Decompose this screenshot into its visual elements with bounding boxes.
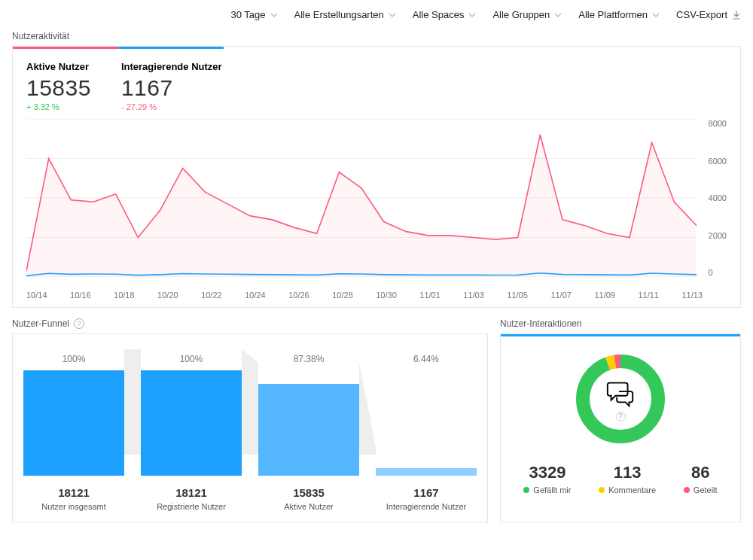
funnel-bar bbox=[258, 384, 359, 476]
y-tick: 6000 bbox=[709, 157, 727, 166]
tab-interacting-users[interactable] bbox=[118, 47, 224, 49]
funnel-col: 6.44%1167Interagierende Nutzer bbox=[376, 370, 477, 511]
funnel-cap: Aktive Nutzer bbox=[284, 502, 333, 511]
x-tick: 11/01 bbox=[419, 291, 441, 300]
tab-active-users[interactable] bbox=[13, 47, 118, 49]
funnel-num: 1167 bbox=[413, 486, 438, 499]
activity-section: Nutzeraktivität Aktive Nutzer 15835 + 3.… bbox=[12, 31, 741, 308]
x-tick: 10/28 bbox=[332, 291, 353, 300]
chevron-down-icon bbox=[554, 11, 562, 19]
filter-spaces[interactable]: Alle Spaces bbox=[413, 9, 477, 20]
stat-likes-lab: Gefällt mir bbox=[533, 485, 571, 495]
funnel-bar bbox=[376, 468, 477, 476]
stat-shares-lab: Geteilt bbox=[694, 485, 718, 495]
chevron-down-icon bbox=[652, 11, 660, 19]
filter-platforms[interactable]: Alle Plattformen bbox=[578, 9, 660, 20]
y-tick: 4000 bbox=[709, 193, 727, 202]
help-icon[interactable]: ? bbox=[616, 412, 626, 422]
funnel-cap: Nutzer insgesamt bbox=[41, 502, 106, 511]
interactions-card: ? 3329 Gefällt mir 113 Kommentare bbox=[500, 333, 741, 522]
funnel-bar bbox=[141, 370, 242, 476]
x-tick: 11/11 bbox=[638, 291, 659, 300]
funnel-pct: 100% bbox=[23, 354, 124, 364]
line-chart-svg bbox=[26, 119, 697, 277]
filter-range-label: 30 Tage bbox=[231, 9, 266, 20]
funnel-cap: Registrierte Nutzer bbox=[157, 502, 226, 511]
y-tick: 0 bbox=[709, 268, 727, 277]
x-tick: 11/05 bbox=[507, 291, 528, 300]
kpi-interacting-change: - 27.29 % bbox=[121, 102, 222, 111]
stat-comments-lab: Kommentare bbox=[608, 485, 656, 495]
funnel-bar bbox=[23, 370, 124, 476]
x-tick: 10/30 bbox=[376, 291, 397, 300]
chat-icon bbox=[605, 377, 636, 409]
funnel-chart: 100%18121Nutzer insgesamt100%18121Regist… bbox=[23, 349, 477, 511]
x-tick: 11/13 bbox=[681, 291, 703, 300]
kpi-active-change: + 3.32 % bbox=[26, 102, 91, 111]
activity-title: Nutzeraktivität bbox=[12, 31, 741, 41]
x-tick: 10/26 bbox=[288, 291, 309, 300]
kpi-interacting-label: Interagierende Nutzer bbox=[121, 61, 222, 72]
x-axis: 10/1410/1610/1810/2010/2210/2410/2610/28… bbox=[26, 291, 703, 300]
x-tick: 11/03 bbox=[463, 291, 484, 300]
stat-shares-num: 86 bbox=[684, 463, 718, 482]
csv-export-button[interactable]: CSV-Export bbox=[676, 9, 741, 20]
csv-export-label: CSV-Export bbox=[676, 9, 727, 20]
kpi-active-users: Aktive Nutzer 15835 + 3.32 % bbox=[26, 61, 91, 111]
x-tick: 11/07 bbox=[550, 291, 572, 300]
kpi-active-value: 15835 bbox=[26, 75, 91, 101]
help-icon[interactable]: ? bbox=[74, 318, 84, 329]
x-tick: 10/24 bbox=[245, 291, 266, 300]
funnel-section: Nutzer-Funnel ? 100%18121Nutzer insgesam… bbox=[12, 318, 488, 522]
dot-icon bbox=[599, 487, 605, 493]
filter-range[interactable]: 30 Tage bbox=[231, 9, 278, 20]
x-tick: 11/09 bbox=[594, 291, 615, 300]
kpi-interacting-users: Interagierende Nutzer 1167 - 27.29 % bbox=[121, 61, 222, 111]
stat-shares: 86 Geteilt bbox=[684, 463, 718, 495]
download-icon bbox=[732, 11, 741, 20]
chevron-down-icon bbox=[270, 11, 278, 19]
interactions-section: Nutzer-Interaktionen ? bbox=[500, 318, 741, 522]
kpi-interacting-value: 1167 bbox=[121, 75, 222, 101]
funnel-cap: Interagierende Nutzer bbox=[386, 502, 466, 511]
funnel-pct: 87.38% bbox=[258, 354, 359, 364]
stat-comments: 113 Kommentare bbox=[599, 463, 656, 495]
chevron-down-icon bbox=[468, 11, 476, 19]
filter-bar: 30 Tage Alle Erstellungsarten Alle Space… bbox=[12, 9, 741, 20]
stat-comments-num: 113 bbox=[599, 463, 656, 482]
funnel-title: Nutzer-Funnel bbox=[12, 318, 69, 329]
x-tick: 10/16 bbox=[70, 291, 91, 300]
filter-groups[interactable]: Alle Gruppen bbox=[492, 9, 562, 20]
x-tick: 10/20 bbox=[157, 291, 178, 300]
x-tick: 10/14 bbox=[26, 291, 47, 300]
dot-icon bbox=[523, 487, 529, 493]
funnel-num: 18121 bbox=[175, 486, 207, 499]
y-tick: 2000 bbox=[709, 231, 727, 240]
x-tick: 10/18 bbox=[114, 291, 135, 300]
filter-platforms-label: Alle Plattformen bbox=[578, 9, 648, 20]
kpi-active-label: Aktive Nutzer bbox=[26, 61, 91, 72]
y-tick: 8000 bbox=[709, 119, 727, 128]
filter-creation-label: Alle Erstellungsarten bbox=[294, 9, 384, 20]
chevron-down-icon bbox=[389, 11, 396, 19]
interactions-title: Nutzer-Interaktionen bbox=[500, 318, 741, 329]
funnel-card: 100%18121Nutzer insgesamt100%18121Regist… bbox=[12, 333, 488, 522]
activity-card: Aktive Nutzer 15835 + 3.32 % Interagiere… bbox=[12, 46, 741, 308]
funnel-col: 100%18121Nutzer insgesamt bbox=[23, 370, 124, 511]
funnel-pct: 6.44% bbox=[376, 354, 477, 364]
stat-likes: 3329 Gefällt mir bbox=[523, 463, 571, 495]
funnel-col: 87.38%15835Aktive Nutzer bbox=[258, 370, 359, 511]
funnel-num: 18121 bbox=[58, 486, 90, 499]
funnel-pct: 100% bbox=[141, 354, 242, 364]
x-tick: 10/22 bbox=[201, 291, 222, 300]
donut-chart: ? bbox=[572, 350, 669, 448]
filter-spaces-label: Alle Spaces bbox=[413, 9, 465, 20]
stat-likes-num: 3329 bbox=[523, 463, 571, 482]
activity-chart: 80006000400020000 10/1410/1610/1810/2010… bbox=[13, 119, 740, 307]
funnel-col: 100%18121Registrierte Nutzer bbox=[141, 370, 242, 511]
funnel-num: 15835 bbox=[293, 486, 325, 499]
filter-groups-label: Alle Gruppen bbox=[492, 9, 550, 20]
filter-creation[interactable]: Alle Erstellungsarten bbox=[294, 9, 396, 20]
y-axis: 80006000400020000 bbox=[709, 119, 727, 277]
dot-icon bbox=[684, 487, 690, 493]
